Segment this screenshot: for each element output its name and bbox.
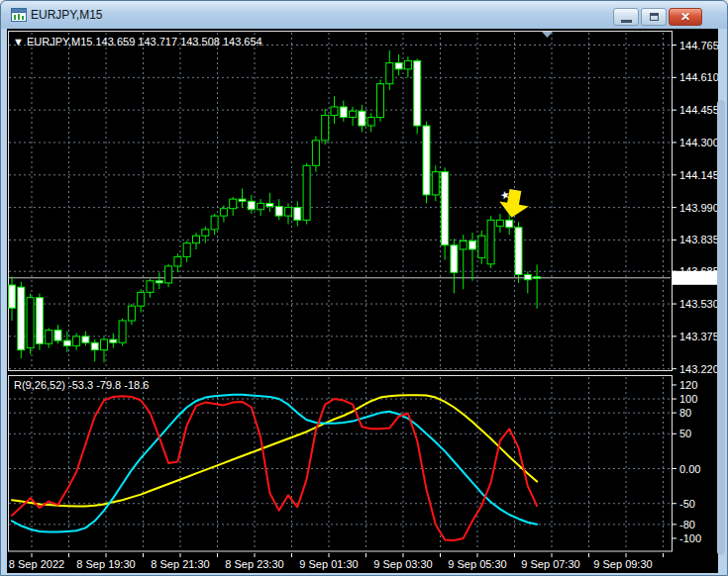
chart-client-area[interactable]: ★ 144.765144.610144.455144.300144.145143… <box>7 29 718 573</box>
price-axis-label: 143.835 <box>679 234 718 245</box>
chart-header-ohlc: EURJPY,M15 143.659 143.717 143.508 143.6… <box>27 36 262 48</box>
price-axis-label: 144.610 <box>679 71 718 83</box>
time-axis-label: 9 Sep 01:30 <box>299 558 358 570</box>
candle-body <box>423 126 430 195</box>
indicator-label: R(9,26,52) -53.3 -79.8 -18.6 <box>14 379 149 391</box>
price-axis-label: 143.375 <box>679 331 718 342</box>
time-axis-label: 8 Sep 19:30 <box>76 558 135 570</box>
oscillator-line-slow <box>12 395 537 506</box>
candle-body <box>230 199 237 209</box>
candle-body <box>460 241 467 249</box>
time-axis-label: 8 Sep 2022 <box>9 558 64 570</box>
close-icon: ✕ <box>680 11 690 23</box>
one-click-arrow-icon[interactable]: ▼ <box>13 36 24 48</box>
oscillator-line-fast <box>12 396 537 540</box>
indicator-axis-label: 80 <box>679 407 691 419</box>
candle-body <box>414 60 421 126</box>
candle-body <box>515 228 522 275</box>
price-axis-label: 144.300 <box>679 137 718 148</box>
titlebar[interactable]: EURJPY,M15 ✕ <box>1 1 727 29</box>
candle-body <box>386 63 393 84</box>
indicator-axis-label: -100 <box>679 532 701 544</box>
candles-layer[interactable] <box>9 50 541 363</box>
candle-body <box>174 256 181 266</box>
price-axis-label: 143.220 <box>679 363 718 375</box>
candle-body <box>239 199 246 201</box>
indicator-axis-label: 120 <box>679 379 697 391</box>
candle-body <box>183 243 190 257</box>
oscillator-line-mid <box>12 395 537 532</box>
candle-body <box>258 203 264 209</box>
candle-body <box>36 298 43 344</box>
markers-layer: ★ <box>497 32 553 220</box>
candle-body <box>496 220 503 226</box>
candle-body <box>202 230 209 236</box>
main-pane-border <box>9 32 673 371</box>
candle-body <box>220 209 227 216</box>
maximize-button[interactable] <box>641 8 667 26</box>
candle-body <box>478 236 485 257</box>
time-axis-label: 9 Sep 05:30 <box>448 558 506 570</box>
candle-body <box>303 165 310 220</box>
minimize-icon <box>621 20 632 23</box>
indicator-axis-label: 0.00 <box>679 463 700 475</box>
time-axis-label: 8 Sep 23:30 <box>225 558 283 570</box>
candle-body <box>18 287 25 350</box>
indicator-axis-label: -50 <box>679 498 695 510</box>
candle-body <box>128 306 135 321</box>
price-axis-label: 144.765 <box>679 40 718 51</box>
indicator-axis-label: 100 <box>679 393 697 405</box>
candle-body <box>9 285 16 308</box>
indicator-pane-border <box>9 376 673 552</box>
candle-body <box>165 266 172 283</box>
candle-body <box>248 201 255 209</box>
indicator-axis-label: -80 <box>679 519 695 530</box>
candle-body <box>138 292 145 306</box>
indicator-lines-layer <box>12 395 537 540</box>
candle-body <box>367 118 374 126</box>
candle-body <box>156 281 162 283</box>
time-axis-label: 9 Sep 03:30 <box>373 558 432 570</box>
candle-body <box>101 339 108 350</box>
close-button[interactable]: ✕ <box>669 8 702 26</box>
time-axis-label: 9 Sep 07:30 <box>521 558 579 570</box>
candle-body <box>451 245 458 273</box>
candle-body <box>534 277 541 279</box>
candle-body <box>506 220 513 227</box>
candle-body <box>110 339 117 342</box>
candle-body <box>275 207 282 217</box>
candle-body <box>294 208 301 221</box>
candle-body <box>442 172 449 245</box>
price-axis-label: 143.990 <box>679 202 718 214</box>
candle-body <box>469 241 476 249</box>
candle-body <box>377 84 384 118</box>
candle-body <box>524 274 531 279</box>
candle-body <box>285 208 292 216</box>
minimize-button[interactable] <box>613 8 639 26</box>
candle-body <box>147 281 154 293</box>
candle-body <box>432 172 439 195</box>
window-scrollbar[interactable] <box>717 100 725 555</box>
candle-body <box>91 342 98 349</box>
candle-body <box>395 63 402 69</box>
chart-canvas[interactable]: ★ 144.765144.610144.455144.300144.145143… <box>7 29 718 573</box>
candle-body <box>27 298 34 348</box>
candle-body <box>211 216 218 230</box>
candle-body <box>119 321 126 342</box>
price-axis-label: 144.145 <box>679 169 718 181</box>
candle-body <box>46 331 52 344</box>
candle-body <box>266 203 273 206</box>
candle-body <box>350 111 357 117</box>
current-price-label: 143.654 <box>675 272 714 284</box>
candle-body <box>359 111 365 126</box>
window-controls: ✕ <box>613 8 702 26</box>
candle-body <box>63 340 70 345</box>
candle-body <box>193 236 200 242</box>
time-axis-label: 9 Sep 09:30 <box>593 558 652 570</box>
candle-body <box>404 60 411 68</box>
chart-shift-marker-icon <box>542 32 553 38</box>
time-axis-label: 8 Sep 21:30 <box>151 558 209 570</box>
maximize-icon <box>650 13 659 21</box>
candle-body <box>322 115 329 140</box>
chart-window-icon <box>11 7 27 23</box>
